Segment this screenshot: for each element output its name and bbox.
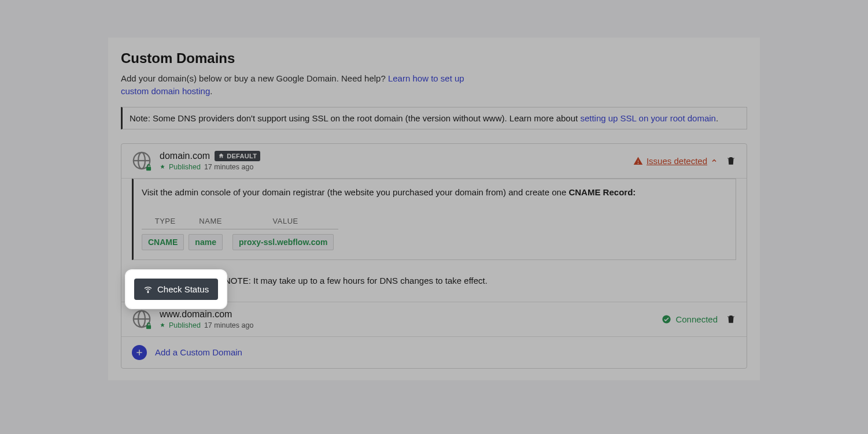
page-title: Custom Domains bbox=[121, 50, 747, 66]
lock-icon bbox=[145, 164, 153, 172]
dns-value-value: proxy-ssl.webflow.com bbox=[232, 234, 334, 250]
page-subtitle: Add your domain(s) below or buy a new Go… bbox=[121, 72, 491, 98]
lock-icon bbox=[145, 322, 153, 330]
wifi-icon bbox=[143, 285, 153, 294]
chevron-up-icon bbox=[711, 157, 718, 164]
custom-domains-panel: Custom Domains Add your domain(s) below … bbox=[108, 38, 760, 380]
connected-status: Connected bbox=[662, 314, 718, 324]
ssl-root-link[interactable]: setting up SSL on your root domain bbox=[580, 113, 716, 123]
domain-name: www.domain.com bbox=[160, 309, 232, 320]
delete-domain-button[interactable] bbox=[726, 155, 736, 166]
highlight-callout: Check Status bbox=[126, 270, 226, 308]
warning-icon bbox=[633, 156, 643, 166]
ssl-note: Note: Some DNS providers don't support u… bbox=[121, 107, 747, 129]
domain-row: domain.com DEFAULT Published 17 minutes … bbox=[121, 144, 747, 179]
svg-rect-7 bbox=[146, 325, 151, 329]
dns-type-value: CNAME bbox=[142, 234, 184, 250]
dns-name-value: name bbox=[189, 234, 223, 250]
dns-record-table: TYPE NAME VALUE CNAME name proxy-ssl.web… bbox=[142, 213, 338, 250]
check-status-button[interactable]: Check Status bbox=[134, 279, 218, 300]
delete-domain-button[interactable] bbox=[726, 314, 736, 324]
plus-icon bbox=[132, 345, 147, 360]
add-custom-domain-row[interactable]: Add a Custom Domain bbox=[121, 337, 747, 368]
published-icon bbox=[160, 164, 165, 170]
default-badge: DEFAULT bbox=[215, 151, 260, 161]
globe-icon bbox=[132, 151, 152, 170]
domains-list: domain.com DEFAULT Published 17 minutes … bbox=[121, 143, 747, 369]
dns-propagation-note: NOTE: It may take up to a few hours for … bbox=[224, 276, 487, 285]
issues-detected-toggle[interactable]: Issues detected bbox=[633, 156, 718, 166]
svg-rect-3 bbox=[146, 167, 151, 170]
dns-instructions: Visit the admin console of your domain r… bbox=[132, 179, 736, 260]
home-icon bbox=[218, 153, 224, 159]
published-icon bbox=[160, 322, 165, 328]
globe-icon bbox=[132, 309, 152, 329]
svg-point-11 bbox=[147, 291, 149, 292]
domain-name: domain.com bbox=[160, 151, 210, 161]
add-custom-domain-label: Add a Custom Domain bbox=[155, 347, 242, 357]
check-circle-icon bbox=[662, 314, 671, 324]
